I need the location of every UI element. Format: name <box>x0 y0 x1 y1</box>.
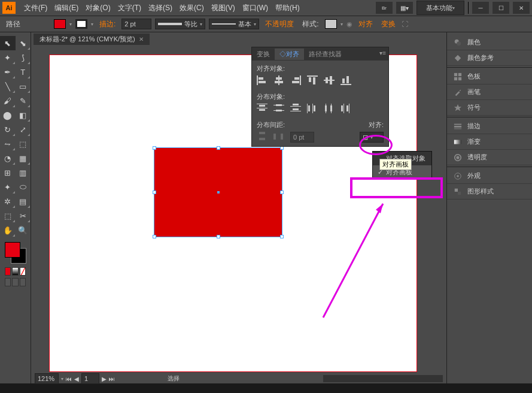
fill-swatch[interactable] <box>54 19 66 29</box>
nav-first-icon[interactable]: ⏮ <box>66 376 72 382</box>
panel-swatches[interactable]: 色板 <box>447 69 532 84</box>
panel-symbols[interactable]: 符号 <box>447 100 532 116</box>
zoom-tool[interactable]: 🔍 <box>16 223 31 237</box>
menu-object[interactable]: 对象(O) <box>82 3 114 13</box>
slice-tool[interactable]: ✂ <box>16 208 31 223</box>
gradient-tool[interactable]: ▥ <box>16 165 31 180</box>
dist-bottom-icon[interactable] <box>290 104 301 113</box>
dist-right-icon[interactable] <box>341 104 351 113</box>
rotate-tool[interactable]: ↻ <box>0 122 16 137</box>
menu-edit[interactable]: 编辑(E) <box>51 3 82 13</box>
stroke-swatch[interactable] <box>75 19 87 29</box>
bridge-button[interactable]: Br <box>376 2 393 14</box>
align-vcenter-icon[interactable] <box>324 75 335 85</box>
blob-brush-tool[interactable]: ⬤ <box>0 108 16 122</box>
handle-s[interactable] <box>217 235 220 238</box>
selected-rectangle[interactable] <box>154 147 282 237</box>
hand-tool[interactable]: ✋ <box>0 223 16 237</box>
panel-tab-align[interactable]: ◇对齐 <box>275 49 304 60</box>
close-tab-icon[interactable]: ✕ <box>139 36 144 43</box>
panel-appearance[interactable]: 外观 <box>447 168 532 184</box>
dist-top-icon[interactable] <box>257 104 267 113</box>
dist-hspace-icon[interactable] <box>273 132 284 141</box>
nav-next-icon[interactable]: ▶ <box>102 376 107 382</box>
menu-window[interactable]: 窗口(W) <box>239 3 272 13</box>
align-bottom-icon[interactable] <box>341 75 351 85</box>
panel-tab-pathfinder[interactable]: 路径查找器 <box>304 49 346 60</box>
maximize-button[interactable]: ☐ <box>493 2 509 14</box>
free-transform-tool[interactable]: ⬚ <box>16 137 31 151</box>
panel-transparency[interactable]: 透明度 <box>447 150 532 165</box>
style-swatch[interactable] <box>325 19 337 29</box>
panel-gradient[interactable]: 渐变 <box>447 134 532 150</box>
handle-se[interactable] <box>280 235 284 238</box>
stroke-profile-select[interactable]: 等比▾ <box>155 19 205 29</box>
opacity-label[interactable]: 不透明度 <box>263 19 296 29</box>
pen-tool[interactable]: ✒ <box>0 65 16 79</box>
align-top-icon[interactable] <box>307 75 318 85</box>
direct-selection-tool[interactable]: ⬊ <box>16 36 31 50</box>
close-button[interactable]: ✕ <box>513 2 530 14</box>
type-tool[interactable]: T <box>16 65 31 79</box>
scale-tool[interactable]: ⤢ <box>16 122 31 137</box>
arrange-button[interactable]: ▦▾ <box>396 2 413 14</box>
screen-full[interactable] <box>12 278 18 286</box>
dist-vspace-icon[interactable] <box>257 132 267 141</box>
document-tab[interactable]: 未标题-2* @ 121% (CMYK/预览) ✕ <box>34 34 150 45</box>
menu-type[interactable]: 文字(T) <box>114 3 145 13</box>
selection-tool[interactable]: ⬉ <box>0 36 16 50</box>
fill-stroke-selector[interactable] <box>5 242 26 264</box>
width-tool[interactable]: ⥊ <box>0 137 16 151</box>
recolor-icon[interactable]: ◉ <box>346 20 352 28</box>
lasso-tool[interactable]: ⟆ <box>16 50 31 65</box>
panel-stroke[interactable]: 描边 <box>447 119 532 134</box>
screen-mode[interactable] <box>20 278 26 286</box>
panel-graphic-styles[interactable]: 图形样式 <box>447 184 532 199</box>
perspective-tool[interactable]: ▦ <box>16 151 31 165</box>
dist-vcenter-icon[interactable] <box>273 104 284 113</box>
spacing-input[interactable] <box>290 132 314 143</box>
graph-tool[interactable]: ▤ <box>16 194 31 208</box>
symbol-sprayer-tool[interactable]: ✲ <box>0 194 16 208</box>
panel-tab-transform[interactable]: 变换 <box>252 49 275 60</box>
handle-w[interactable] <box>153 191 156 194</box>
align-hcenter-icon[interactable] <box>273 75 284 85</box>
menu-select[interactable]: 选择(S) <box>145 3 176 13</box>
eraser-tool[interactable]: ◧ <box>16 108 31 122</box>
paintbrush-tool[interactable]: 🖌 <box>0 93 16 108</box>
panel-color[interactable]: 颜色 <box>447 35 532 50</box>
mesh-tool[interactable]: ⊞ <box>0 165 16 180</box>
h-scrollbar[interactable] <box>323 375 443 382</box>
menu-help[interactable]: 帮助(H) <box>272 3 303 13</box>
fill-color[interactable] <box>5 242 20 258</box>
blend-tool[interactable]: ⬭ <box>16 180 31 194</box>
stroke-label[interactable]: 描边: <box>97 19 118 29</box>
minimize-button[interactable]: ─ <box>472 2 489 14</box>
dist-hcenter-icon[interactable] <box>324 104 335 113</box>
align-right-icon[interactable] <box>290 75 301 85</box>
rectangle-tool[interactable]: ▭ <box>16 79 31 93</box>
zoom-input[interactable] <box>35 373 59 384</box>
shape-builder-tool[interactable]: ◔ <box>0 151 16 165</box>
panel-menu-icon[interactable]: ▾≡ <box>379 50 386 56</box>
handle-sw[interactable] <box>153 235 156 238</box>
handle-n[interactable] <box>217 146 220 150</box>
align-to-dropdown[interactable]: ⊡▾ <box>360 132 384 143</box>
handle-nw[interactable] <box>153 146 156 150</box>
line-tool[interactable]: ╲ <box>0 79 16 93</box>
align-left-icon[interactable] <box>257 75 267 85</box>
color-mode[interactable] <box>5 267 11 276</box>
handle-e[interactable] <box>280 191 284 194</box>
transform-label[interactable]: 变换 <box>379 19 398 29</box>
brush-select[interactable]: 基本▾ <box>209 19 259 29</box>
eyedropper-tool[interactable]: ✦ <box>0 180 16 194</box>
menu-file[interactable]: 文件(F) <box>20 3 51 13</box>
stroke-width-input[interactable] <box>121 19 151 29</box>
workspace-selector[interactable]: 基本功能 ▾ <box>417 1 464 15</box>
page-input[interactable] <box>81 373 99 384</box>
pencil-tool[interactable]: ✎ <box>16 93 31 108</box>
panel-color-guide[interactable]: 颜色参考 <box>447 50 532 66</box>
isolate-icon[interactable]: ⛶ <box>402 20 408 28</box>
menu-view[interactable]: 视图(V) <box>208 3 239 13</box>
panel-brushes[interactable]: 画笔 <box>447 84 532 100</box>
